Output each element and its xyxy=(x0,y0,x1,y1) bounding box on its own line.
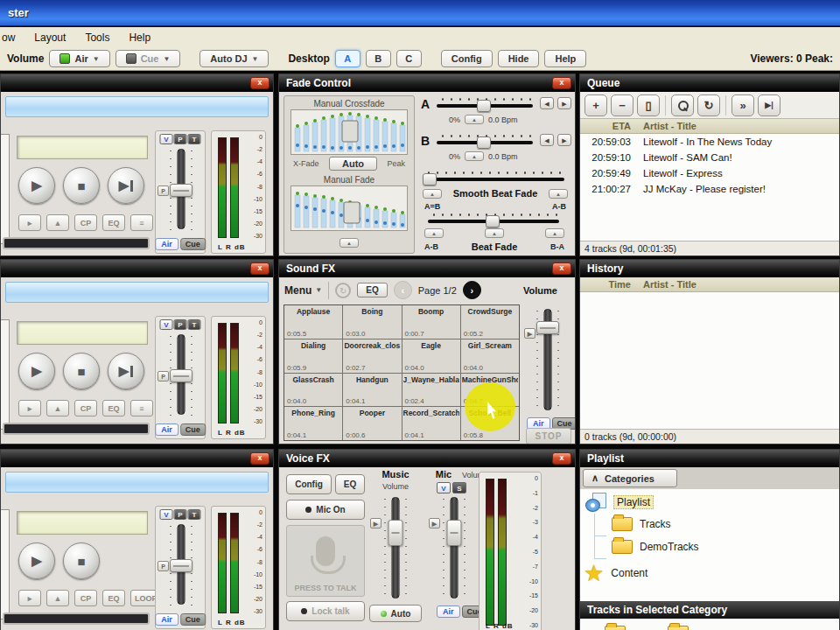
a-right-arrow-button[interactable]: ▶ xyxy=(557,97,571,109)
voice-config-button[interactable]: Config xyxy=(286,474,332,494)
deck-progress-bar[interactable] xyxy=(3,423,150,435)
play-button[interactable]: ▶ xyxy=(18,167,55,204)
deck-eq-button[interactable]: EQ xyxy=(102,590,125,606)
window-titlebar[interactable]: ster xyxy=(0,0,840,26)
menu-help[interactable]: Help xyxy=(129,32,150,44)
tree-item-tracks[interactable]: Tracks xyxy=(612,517,671,531)
cue-button[interactable]: Cue xyxy=(180,238,206,250)
deck-v-button[interactable]: V xyxy=(160,134,173,144)
deck-header[interactable]: x xyxy=(1,74,273,92)
categories-collapse-button[interactable]: ∧ Categories xyxy=(583,469,677,487)
b-left-arrow-button[interactable]: ◀ xyxy=(540,134,554,146)
fx-eq-button[interactable]: EQ xyxy=(357,283,387,298)
voice-fx-header[interactable]: Voice FX x xyxy=(279,450,575,467)
fx-pad[interactable]: CrowdSurge0:05.2 xyxy=(461,305,519,339)
fx-pad[interactable]: Phone_Ring0:04.1 xyxy=(284,407,342,440)
deck-progress-bar[interactable] xyxy=(3,237,150,249)
music-volume-fader[interactable] xyxy=(382,495,409,600)
beat-left-up-button[interactable]: ▲ xyxy=(424,228,444,238)
page-next-button[interactable]: › xyxy=(463,281,481,299)
deck-playlist-button[interactable]: ≡ xyxy=(130,214,153,231)
fx-pad[interactable]: GlassCrash0:04.0 xyxy=(284,374,342,407)
page-prev-button[interactable]: ‹ xyxy=(394,281,412,299)
fx-pad[interactable]: Doorcreak_clos0:02.7 xyxy=(343,340,401,373)
music-fader-lock-button[interactable]: ▶ xyxy=(370,518,382,528)
deck-fader-lock-button[interactable]: P xyxy=(158,561,169,571)
time-column[interactable]: Time xyxy=(580,279,631,290)
mic-fader-lock-button[interactable]: ▶ xyxy=(429,518,440,528)
fx-pad[interactable]: Eagle0:04.0 xyxy=(402,340,460,373)
tree-label[interactable]: Content xyxy=(611,567,648,579)
config-button[interactable]: Config xyxy=(441,50,493,67)
play-next-button[interactable]: ▶| xyxy=(758,94,780,116)
artist-title-column[interactable]: Artist - Title xyxy=(643,279,696,290)
hide-button[interactable]: Hide xyxy=(498,50,540,67)
fader-handle[interactable] xyxy=(388,520,403,546)
menu-layout[interactable]: Layout xyxy=(34,32,66,44)
manual-fade-up-button[interactable]: ▲ xyxy=(340,238,359,248)
deck-fader-lock-button[interactable]: P xyxy=(158,371,169,382)
air-button[interactable]: Air xyxy=(437,606,460,618)
refresh-button[interactable]: ↻ xyxy=(697,94,720,116)
smooth-right-up-button[interactable]: ▲ xyxy=(549,189,568,199)
deck-p-button[interactable]: P xyxy=(174,319,187,330)
deck-eq-button[interactable]: EQ xyxy=(102,400,125,416)
menu-tools[interactable]: Tools xyxy=(85,32,109,44)
history-header[interactable]: History xyxy=(580,260,839,277)
close-icon[interactable]: x xyxy=(250,452,270,465)
fx-pad[interactable]: Handgun0:04.1 xyxy=(343,374,401,407)
next-button[interactable]: ▶ xyxy=(108,167,144,204)
desktop-c-button[interactable]: C xyxy=(396,50,422,67)
cue-button[interactable]: Cue xyxy=(180,424,206,436)
deck-cue-points-button[interactable]: CP xyxy=(74,590,97,606)
fx-pad[interactable]: J_Wayne_Habla0:02.4 xyxy=(402,374,460,407)
deck-mini-button-1[interactable]: ▸ xyxy=(18,400,41,416)
close-icon[interactable]: x xyxy=(552,77,571,89)
lock-talk-button[interactable]: Lock talk xyxy=(286,601,365,621)
a-left-arrow-button[interactable]: ◀ xyxy=(540,97,554,109)
deck-fader-lock-button[interactable]: P xyxy=(158,186,169,196)
mic-volume-fader[interactable] xyxy=(441,495,467,600)
mic-on-button[interactable]: Mic On xyxy=(286,500,365,520)
air-button[interactable]: Air xyxy=(155,238,178,250)
close-icon[interactable]: x xyxy=(250,262,270,275)
help-button[interactable]: Help xyxy=(544,50,586,67)
slider-handle[interactable] xyxy=(486,215,500,228)
tree-item-demotracks[interactable]: DemoTracks xyxy=(612,540,699,554)
fader-handle[interactable] xyxy=(447,520,462,546)
next-button[interactable]: ▶ xyxy=(108,353,144,389)
fx-pad[interactable]: Boomp0:00.7 xyxy=(402,305,460,339)
crossfade-graph[interactable] xyxy=(290,109,408,155)
deck-t-button[interactable]: T xyxy=(188,134,201,144)
fader-handle[interactable] xyxy=(170,369,192,382)
queue-row[interactable]: 20:59:03Litewolf - In The News Today xyxy=(580,134,839,150)
close-icon[interactable]: x xyxy=(552,452,571,465)
mic-v-button[interactable]: V xyxy=(437,482,451,494)
deck-mini-button-1[interactable]: ▸ xyxy=(18,214,41,231)
tracks-in-category-list[interactable] xyxy=(580,619,839,630)
deck-mini-button-1[interactable]: ▸ xyxy=(18,590,41,606)
deck-progress-bar[interactable] xyxy=(3,612,150,625)
artist-title-column[interactable]: Artist - Title xyxy=(643,121,696,131)
beat-center-up-button[interactable]: ▲ xyxy=(485,228,504,238)
deck-v-button[interactable]: V xyxy=(160,319,173,330)
fx-volume-fader[interactable] xyxy=(535,307,561,412)
deck-mini-button-2[interactable]: ▲ xyxy=(46,590,69,606)
fx-pad[interactable]: Record_Scratch0:04.1 xyxy=(402,407,460,440)
press-to-talk-button[interactable]: PRESS TO TALK xyxy=(286,525,365,597)
stop-button[interactable]: ■ xyxy=(63,353,100,389)
deck-mini-button-2[interactable]: ▲ xyxy=(46,400,69,416)
b-right-arrow-button[interactable]: ▶ xyxy=(557,134,571,146)
tree-label[interactable]: Playlist xyxy=(613,495,654,509)
air-button[interactable]: Air xyxy=(155,613,178,626)
menu-window[interactable]: ow xyxy=(2,32,15,44)
play-button[interactable]: ▶ xyxy=(18,542,55,579)
smooth-beat-fade-slider[interactable] xyxy=(423,171,564,186)
fx-pad[interactable]: Pooper0:00.6 xyxy=(343,407,401,440)
fx-pad[interactable]: Boing0:03.0 xyxy=(343,305,401,339)
remove-track-button[interactable]: − xyxy=(611,94,634,116)
cue-dropdown[interactable]: Cue▼ xyxy=(116,50,181,67)
fx-pad[interactable]: Applause0:05.5 xyxy=(284,305,342,339)
fx-pad[interactable]: Dialing0:05.9 xyxy=(284,340,342,373)
deck-cue-points-button[interactable]: CP xyxy=(74,214,97,231)
